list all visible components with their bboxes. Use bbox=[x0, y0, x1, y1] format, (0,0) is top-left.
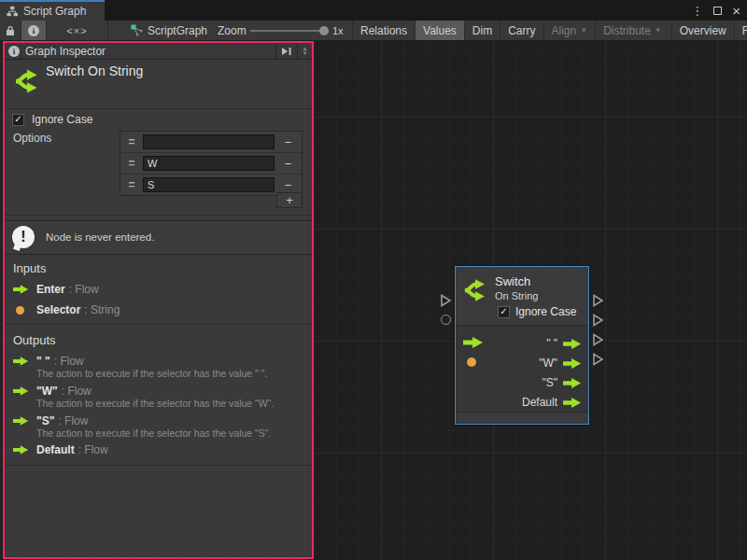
port-type: : Flow bbox=[69, 283, 99, 296]
switch-icon bbox=[13, 67, 41, 95]
inspector-scrollbar[interactable]: ▲ ▼ bbox=[297, 43, 312, 59]
port-name: Default: Flow bbox=[36, 443, 108, 456]
close-icon[interactable]: × bbox=[732, 4, 740, 18]
node-subtitle: On String bbox=[495, 290, 538, 301]
ignore-case-checkbox[interactable]: ✓ bbox=[12, 114, 24, 126]
switch-on-string-node[interactable]: Switch On String ✓ Ignore Case " " "W" bbox=[455, 266, 589, 425]
node-body: " " "W" "S" Default bbox=[456, 326, 588, 412]
output-label-s: "S" bbox=[542, 376, 557, 389]
divider bbox=[5, 215, 312, 216]
port-type: : Flow bbox=[54, 355, 84, 368]
output-label-space: " " bbox=[546, 337, 557, 350]
selector-socket-icon[interactable] bbox=[441, 315, 451, 325]
divider bbox=[5, 324, 312, 325]
edit-code-button[interactable]: <×> bbox=[47, 21, 108, 40]
maximize-icon[interactable] bbox=[713, 7, 722, 15]
output-port-row[interactable]: "S" bbox=[542, 376, 582, 389]
enter-port-icon[interactable] bbox=[463, 337, 484, 348]
output-port-row: "W": Flow bbox=[5, 385, 312, 398]
option-input-3[interactable] bbox=[143, 177, 275, 192]
warning-icon: ! bbox=[12, 226, 35, 248]
scroll-down-icon[interactable]: ▼ bbox=[303, 51, 308, 56]
port-name-text: " " bbox=[36, 355, 50, 368]
enter-socket-icon[interactable] bbox=[440, 294, 452, 307]
carry-button[interactable]: Carry bbox=[500, 21, 543, 40]
output-socket-icon[interactable] bbox=[592, 353, 604, 366]
flow-arrow-icon bbox=[563, 358, 582, 369]
fullscreen-button[interactable]: Full Screen bbox=[734, 21, 747, 40]
hierarchy-icon bbox=[7, 6, 18, 17]
flow-arrow-icon bbox=[13, 357, 29, 366]
port-name: Enter: Flow bbox=[36, 283, 99, 296]
tab-title: Script Graph bbox=[23, 5, 86, 18]
port-name-text: "W" bbox=[36, 385, 58, 398]
divider bbox=[5, 465, 312, 466]
output-port-row[interactable]: Default bbox=[522, 396, 582, 409]
output-socket-icon[interactable] bbox=[592, 294, 604, 307]
inspector-node-titleblock: Switch On String bbox=[5, 59, 312, 109]
info-icon: i bbox=[28, 25, 39, 36]
lock-button[interactable] bbox=[0, 21, 21, 40]
option-input-2[interactable] bbox=[143, 156, 275, 171]
output-socket-icon[interactable] bbox=[592, 314, 604, 327]
add-option-button[interactable]: + bbox=[276, 192, 303, 208]
options-label: Options bbox=[13, 132, 51, 145]
values-button[interactable]: Values bbox=[415, 21, 464, 40]
align-button[interactable]: Align ▼ bbox=[543, 21, 596, 40]
checkmark-icon: ✓ bbox=[14, 115, 21, 124]
graph-breadcrumb[interactable]: ScriptGraph bbox=[131, 21, 207, 40]
script-graph-icon bbox=[131, 24, 143, 36]
node-header[interactable]: Switch On String ✓ Ignore Case bbox=[456, 267, 588, 326]
option-row: = − bbox=[120, 153, 302, 175]
chevron-down-icon: ▼ bbox=[580, 27, 587, 35]
drag-handle-icon[interactable]: = bbox=[120, 132, 143, 152]
output-socket-icon[interactable] bbox=[592, 333, 604, 346]
input-port-row: Enter: Flow bbox=[5, 283, 312, 296]
window-controls: ⋮ × bbox=[691, 0, 740, 21]
distribute-button[interactable]: Distribute ▼ bbox=[595, 21, 669, 40]
relations-button[interactable]: Relations bbox=[352, 21, 415, 40]
unity-script-graph-window: { "window": { "tab_title": "Script Graph… bbox=[0, 0, 747, 560]
switch-icon bbox=[461, 277, 489, 303]
selector-port-icon[interactable] bbox=[467, 357, 476, 367]
ignore-case-checkbox[interactable]: ✓ bbox=[498, 306, 510, 318]
output-port-row: " ": Flow bbox=[5, 355, 312, 368]
zoom-slider[interactable] bbox=[250, 21, 325, 40]
window-menu-icon[interactable]: ⋮ bbox=[691, 5, 703, 17]
distribute-label: Distribute bbox=[603, 24, 651, 37]
zoom-level-value: 1x bbox=[332, 21, 344, 40]
port-name: "W": Flow bbox=[36, 385, 92, 398]
flow-arrow-icon bbox=[13, 285, 29, 294]
flow-arrow-icon bbox=[13, 445, 29, 455]
flow-arrow-icon bbox=[563, 398, 582, 408]
dock-button[interactable] bbox=[275, 43, 297, 59]
info-icon: i bbox=[8, 46, 20, 57]
port-name-text: Selector bbox=[36, 303, 80, 316]
port-description: The action to execute if the selector ha… bbox=[36, 368, 304, 379]
remove-option-button[interactable]: − bbox=[275, 153, 302, 174]
align-label: Align bbox=[552, 24, 577, 37]
port-name: "S": Flow bbox=[36, 414, 88, 427]
tab-script-graph[interactable]: Script Graph bbox=[0, 0, 105, 21]
option-input-1[interactable] bbox=[143, 134, 275, 149]
inspector-toggle-button[interactable]: i bbox=[21, 21, 47, 40]
zoom-slider-track[interactable] bbox=[250, 30, 325, 32]
inspector-title: Graph Inspector bbox=[25, 45, 275, 58]
zoom-slider-knob[interactable] bbox=[319, 26, 329, 35]
input-port-row: Selector: String bbox=[5, 303, 312, 316]
output-port-row: Default: Flow bbox=[5, 443, 312, 456]
drag-handle-icon[interactable]: = bbox=[120, 175, 143, 195]
overview-button[interactable]: Overview bbox=[671, 21, 734, 40]
lock-icon bbox=[6, 25, 15, 36]
tab-bar: Script Graph ⋮ × bbox=[0, 0, 747, 21]
output-port-row[interactable]: " " bbox=[546, 337, 582, 350]
ignore-case-label: Ignore Case bbox=[32, 113, 92, 126]
dim-button[interactable]: Dim bbox=[464, 21, 500, 40]
output-port-row[interactable]: "W" bbox=[539, 357, 582, 370]
warning-text: Node is never entered. bbox=[46, 231, 154, 243]
chevron-down-icon: ▼ bbox=[655, 27, 662, 35]
port-type: : Flow bbox=[58, 414, 88, 427]
remove-option-button[interactable]: − bbox=[275, 132, 302, 152]
drag-handle-icon[interactable]: = bbox=[120, 153, 143, 174]
value-port-icon bbox=[16, 306, 24, 315]
